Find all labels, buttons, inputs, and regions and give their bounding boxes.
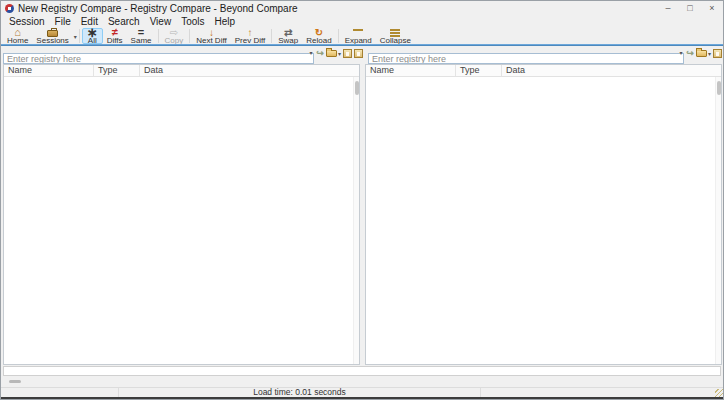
left-pane-header: Name Type Data [4, 65, 359, 77]
right-pane: Name Type Data [365, 64, 722, 365]
toolbar-separator [338, 29, 339, 43]
right-registry-input[interactable] [368, 53, 684, 64]
left-path-group: ▾ ↪ ▾ [3, 48, 363, 59]
toolbar-expand-button[interactable]: Expand [341, 28, 376, 44]
left-registry-input[interactable] [3, 53, 314, 64]
left-browse-folder-button[interactable]: ▾ [326, 50, 341, 57]
statusbar: Load time: 0.01 seconds [1, 387, 723, 397]
right-column-header-type[interactable]: Type [456, 65, 502, 76]
left-registry-combo: ▾ [3, 48, 314, 59]
left-jump-arrow-icon[interactable]: ↪ [316, 48, 324, 59]
sessions-dropdown-icon[interactable]: ▾ [74, 33, 77, 40]
toolbar-home-button[interactable]: ⌂ Home [3, 28, 32, 44]
toolbar-next-diff-button[interactable]: ↓ Next Diff [192, 28, 231, 44]
left-pane: Name Type Data [3, 64, 360, 365]
right-scrollbar-thumb[interactable] [717, 81, 721, 95]
left-registry-hive-icon-2[interactable] [354, 49, 363, 58]
right-registry-hive-icon[interactable] [713, 49, 722, 58]
minimize-button[interactable]: – [657, 1, 679, 16]
menu-tools[interactable]: Tools [176, 16, 209, 28]
beyond-compare-window: New Registry Compare - Registry Compare … [0, 0, 724, 400]
close-button[interactable]: × [701, 1, 723, 16]
right-column-header-name[interactable]: Name [366, 65, 456, 76]
resize-grip[interactable] [715, 389, 723, 397]
right-registry-dropdown-icon[interactable]: ▾ [679, 50, 682, 57]
toolbar-separator [189, 29, 190, 43]
left-column-header-data[interactable]: Data [140, 65, 359, 76]
right-tree-body[interactable] [366, 77, 721, 364]
folder-icon [696, 50, 707, 57]
status-segment-right [481, 388, 723, 397]
briefcase-icon [47, 28, 58, 37]
splitter-handle[interactable] [9, 380, 21, 383]
path-row: ▾ ↪ ▾ ▾ ↪ ▾ [1, 46, 723, 59]
bottom-band [1, 376, 723, 387]
right-column-header-data[interactable]: Data [502, 65, 721, 76]
right-path-group: ▾ ↪ ▾ [368, 48, 722, 59]
toolbar-same-button[interactable]: = Same [127, 28, 156, 44]
left-column-header-name[interactable]: Name [4, 65, 94, 76]
menu-session[interactable]: Session [4, 16, 50, 28]
collapse-tree-icon [390, 28, 401, 37]
toolbar-collapse-button[interactable]: Collapse [376, 28, 415, 44]
window-bottom-edge [1, 397, 723, 399]
maximize-button[interactable]: □ [679, 1, 701, 16]
folder-dropdown-icon: ▾ [708, 50, 711, 57]
right-registry-combo: ▾ [368, 48, 684, 59]
left-column-header-type[interactable]: Type [94, 65, 140, 76]
left-vertical-scrollbar[interactable] [353, 77, 359, 364]
toolbar-reload-button[interactable]: ↻ Reload [302, 28, 335, 44]
toolbar-sessions-button[interactable]: Sessions ▾ [32, 28, 76, 44]
toolbar-all-button[interactable]: ∗ All [82, 28, 103, 44]
toolbar-separator [79, 29, 80, 43]
lower-panel [3, 366, 721, 376]
left-tree-body[interactable] [4, 77, 359, 364]
status-load-time: Load time: 0.01 seconds [119, 388, 481, 397]
right-browse-folder-button[interactable]: ▾ [696, 50, 711, 57]
beyond-compare-logo-icon [5, 4, 14, 13]
compare-panes: Name Type Data Name Type Data [1, 64, 723, 365]
left-registry-dropdown-icon[interactable]: ▾ [309, 50, 312, 57]
toolbar-copy-button: ⇨ Copy [161, 28, 188, 44]
left-scrollbar-thumb[interactable] [355, 81, 359, 95]
expand-tree-icon [353, 28, 364, 37]
toolbar-separator [271, 29, 272, 43]
status-segment-left [1, 388, 119, 397]
right-jump-arrow-icon[interactable]: ↪ [686, 48, 694, 59]
window-title: New Registry Compare - Registry Compare … [18, 3, 298, 14]
left-registry-hive-icon[interactable] [343, 49, 352, 58]
right-pane-header: Name Type Data [366, 65, 721, 77]
toolbar-prev-diff-button[interactable]: ↑ Prev Diff [231, 28, 270, 44]
right-vertical-scrollbar[interactable] [715, 77, 721, 364]
toolbar: ⌂ Home Sessions ▾ ∗ All ≠ Diffs = Same ⇨… [1, 28, 723, 44]
menu-help[interactable]: Help [209, 16, 240, 28]
folder-icon [326, 50, 337, 57]
menubar: Session File Edit Search View Tools Help [1, 16, 723, 28]
toolbar-swap-button[interactable]: ⇄ Swap [274, 28, 302, 44]
window-controls: – □ × [657, 1, 723, 16]
menu-file[interactable]: File [50, 16, 76, 28]
folder-dropdown-icon: ▾ [338, 50, 341, 57]
toolbar-separator [158, 29, 159, 43]
toolbar-diffs-button[interactable]: ≠ Diffs [103, 28, 127, 44]
titlebar: New Registry Compare - Registry Compare … [1, 1, 723, 16]
